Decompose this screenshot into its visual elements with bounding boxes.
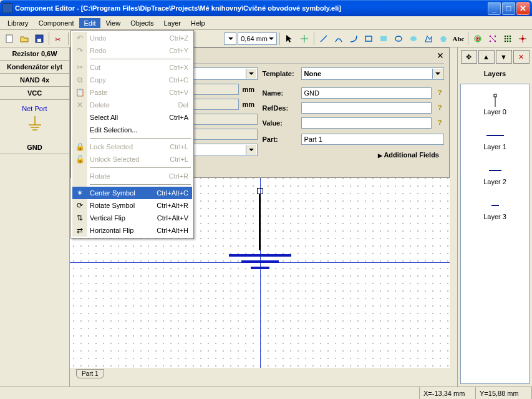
menu-redo[interactable]: ↷RedoCtrl+Y: [72, 44, 192, 57]
menu-edit[interactable]: Edit: [79, 18, 101, 28]
menu-unlock-selected[interactable]: 🔓Unlock SelectedCtrl+L: [72, 153, 192, 165]
pin-endpoint: [257, 188, 263, 194]
svg-point-9: [395, 36, 402, 41]
help-icon[interactable]: ?: [435, 119, 444, 127]
value-field[interactable]: [301, 117, 432, 129]
status-bar: X=-13,34 mm Y=15,88 mm: [0, 387, 532, 399]
component-item[interactable]: NAND 4x: [0, 74, 69, 87]
layer-item[interactable]: Layer 1: [461, 119, 529, 154]
pointer-tool[interactable]: [283, 32, 296, 46]
maximize-button[interactable]: □: [502, 2, 515, 15]
save-button[interactable]: [32, 32, 46, 46]
linewidth-combo[interactable]: 0,64 mm: [238, 32, 277, 45]
menu-rotate[interactable]: RotateCtrl+R: [72, 170, 192, 182]
fillellipse-tool[interactable]: [407, 32, 420, 46]
horizontal-scrollbar[interactable]: [107, 370, 450, 377]
menu-center-symbol[interactable]: ✶Center SymbolCtrl+Alt+C: [72, 187, 192, 199]
poly-tool[interactable]: [422, 32, 435, 46]
fillpoly-tool[interactable]: [437, 32, 450, 46]
help-icon[interactable]: ?: [435, 89, 444, 97]
menu-paste[interactable]: 📋PasteCtrl+V: [72, 86, 192, 99]
menu-edit-selection[interactable]: Edit Selection...: [72, 124, 192, 136]
part-label: Part:: [263, 135, 297, 143]
menu-delete[interactable]: ✕DeleteDel: [72, 99, 192, 111]
arc2-tool[interactable]: [332, 32, 346, 46]
snap-tool[interactable]: [486, 32, 500, 46]
menu-copy[interactable]: ⧉CopyCtrl+C: [72, 74, 192, 86]
panel-close-icon[interactable]: ✕: [437, 51, 444, 61]
layer-item[interactable]: Layer 3: [461, 189, 529, 224]
text-tool[interactable]: Abc: [452, 32, 465, 46]
menu-component[interactable]: Component: [34, 18, 79, 28]
menu-library[interactable]: Library: [2, 18, 34, 28]
status-x: X=-13,34 mm: [420, 387, 476, 399]
arrow-up-icon: ▲: [483, 53, 490, 61]
arc3-tool[interactable]: [347, 32, 360, 46]
crosshair-tool[interactable]: [516, 32, 530, 46]
svg-line-18: [490, 36, 495, 41]
edit-dropdown-menu: ↶UndoCtrl+Z ↷RedoCtrl+Y ✂CutCtrl+X ⧉Copy…: [70, 30, 194, 239]
svg-rect-35: [494, 94, 496, 97]
rect-tool[interactable]: [362, 32, 375, 46]
component-preview: Net Port: [0, 100, 69, 141]
move-icon: ✥: [466, 53, 472, 61]
grid-tool[interactable]: [501, 32, 515, 46]
menu-vertical-flip[interactable]: ⇅Vertical FlipCtrl+Alt+V: [72, 212, 192, 224]
menu-view[interactable]: View: [100, 18, 125, 28]
menu-objects[interactable]: Objects: [125, 18, 158, 28]
menu-layer[interactable]: Layer: [158, 18, 186, 28]
component-item[interactable]: GND: [0, 141, 69, 154]
down-button[interactable]: ▼: [496, 50, 512, 64]
layer-item[interactable]: Layer 0: [461, 84, 529, 119]
component-item[interactable]: Rezistor 0,6W: [0, 47, 69, 61]
cut-button[interactable]: ✂: [52, 32, 65, 46]
svg-point-23: [507, 37, 509, 39]
paste-icon: 📋: [75, 87, 85, 97]
title-bar: Component Editor - [C:\Program Files\Dip…: [0, 0, 532, 16]
menu-lock-selected[interactable]: 🔒Lock SelectedCtrl+L: [72, 140, 192, 153]
svg-point-10: [410, 36, 417, 41]
component-item[interactable]: VCC: [0, 87, 69, 100]
name-field[interactable]: [301, 87, 432, 99]
svg-point-20: [507, 35, 509, 37]
menu-help[interactable]: Help: [186, 18, 210, 28]
minimize-button[interactable]: _: [488, 2, 501, 15]
part-field[interactable]: [301, 134, 445, 145]
pin-tool[interactable]: [297, 32, 311, 46]
origin-tool[interactable]: [471, 32, 485, 46]
help-icon[interactable]: ?: [435, 104, 444, 112]
copy-icon: ⧉: [75, 75, 85, 85]
layer-label: Layer 0: [461, 108, 529, 116]
part-tab[interactable]: Part 1: [76, 369, 104, 378]
fillrect-tool[interactable]: [377, 32, 390, 46]
template-combo[interactable]: None: [301, 67, 445, 80]
svg-rect-7: [365, 36, 372, 41]
gnd-symbol[interactable]: [229, 188, 291, 273]
ellipse-tool[interactable]: [392, 32, 405, 46]
vertical-scrollbar[interactable]: [450, 47, 457, 368]
up-button[interactable]: ▲: [478, 50, 495, 64]
additional-fields-button[interactable]: Additional Fields: [263, 149, 445, 159]
combo-1[interactable]: [224, 32, 236, 45]
menu-select-all[interactable]: Select AllCtrl+A: [72, 111, 192, 124]
line-tool[interactable]: [317, 32, 331, 46]
menu-cut[interactable]: ✂CutCtrl+X: [72, 61, 192, 74]
svg-point-22: [505, 37, 506, 39]
component-item[interactable]: Kondenzátor elyt: [0, 61, 69, 74]
refdes-label: RefDes:: [263, 104, 297, 112]
new-button[interactable]: [2, 32, 16, 46]
pan-button[interactable]: ✥: [461, 50, 477, 64]
svg-point-24: [510, 37, 511, 39]
menu-horizontal-flip[interactable]: ⇄Horizontal FlipCtrl+Alt+H: [72, 224, 192, 237]
scissors-icon: ✂: [75, 62, 85, 72]
linewidth-value: 0,64 mm: [241, 35, 268, 42]
refdes-field[interactable]: [301, 102, 432, 114]
delete-layer-button[interactable]: ✕: [513, 50, 530, 64]
menu-rotate-symbol[interactable]: ⟳Rotate SymbolCtrl+Alt+R: [72, 199, 192, 212]
layer-item[interactable]: Layer 2: [461, 154, 529, 189]
svg-point-27: [510, 40, 511, 42]
open-button[interactable]: [17, 32, 31, 46]
menu-undo[interactable]: ↶UndoCtrl+Z: [72, 32, 192, 44]
close-button[interactable]: ✕: [516, 2, 530, 15]
name-label: Name:: [263, 89, 297, 97]
